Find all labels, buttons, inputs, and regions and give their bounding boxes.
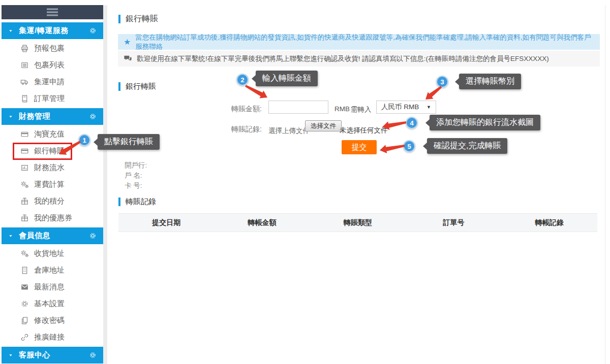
callout-5-badge: 5 — [403, 140, 415, 152]
records-col-1: 轉帳金額 — [214, 218, 310, 227]
latest-news-icon — [20, 283, 29, 291]
gear-icon — [89, 232, 97, 240]
record-label: 轉賬記錄: — [231, 125, 262, 134]
parcel-list-icon — [20, 61, 29, 70]
gear-icon — [89, 351, 97, 359]
sidebar-item-latest-news[interactable]: 最新消息 — [2, 279, 103, 295]
records-col-0: 提交日期 — [118, 218, 214, 227]
page-title: 銀行轉賬 — [118, 14, 158, 24]
item-label: 預報包裹 — [34, 44, 65, 53]
upload-hint: 選擇上傳文件 — [268, 126, 310, 136]
item-label: 倉庫地址 — [34, 266, 65, 275]
title-accent-bar — [118, 15, 120, 23]
title-accent-bar — [118, 82, 120, 91]
form-section-title: 銀行轉賬 — [118, 82, 156, 91]
records-section-title: 轉賬記錄 — [118, 197, 156, 207]
callout-3-tooltip: 選擇轉賬幣別 — [459, 74, 521, 89]
callout-3-badge: 3 — [436, 76, 448, 88]
finance-flow-icon — [20, 163, 29, 172]
item-label: 財務流水 — [34, 163, 65, 173]
choose-file-button[interactable]: 选择文件 — [305, 120, 342, 131]
notice-banner-welcome: 歡迎使用在線下單繫统!在線下單完畢後我們將馬上聯繫您進行确認及收貨! 請認真填寫… — [118, 51, 600, 67]
sidebar-item-basic-settings[interactable]: 基本設置 — [2, 295, 103, 312]
bank-name-line: 開戶行: — [125, 160, 147, 171]
sidebar-item-finance-flow[interactable]: 財務流水 — [2, 159, 103, 176]
callout-1-tooltip: 點擊銀行轉賬 — [98, 134, 160, 150]
my-points-icon — [20, 197, 29, 206]
gear-icon — [89, 113, 97, 120]
receiving-address-icon — [20, 249, 29, 258]
sidebar-main-divider — [103, 5, 107, 364]
sidebar-section-member-info[interactable]: 會員信息 — [2, 227, 103, 244]
forecast-parcel-icon — [20, 44, 29, 53]
section-label: 客服中心 — [19, 350, 50, 360]
hamburger-icon — [46, 8, 58, 16]
warehouse-address-icon — [20, 266, 29, 275]
shipping-calc-icon — [20, 180, 29, 189]
taobao-topup-icon — [20, 130, 29, 139]
records-col-4: 轉帳記錄 — [502, 218, 597, 227]
bank-transfer-page: 集運/轉運服務預報包裹包裹列表集運申請訂單管理財務管理淘寶充值銀行轉賬財務流水運… — [0, 0, 610, 364]
notice-text: 當您在購物網站訂單成功後,獲得購物網站的發貨資訊,如貨件的快遞商及快遞跟蹤號等,… — [135, 33, 594, 51]
item-label: 收貨地址 — [34, 249, 65, 258]
form-section-title-text: 銀行轉賬 — [126, 82, 156, 91]
records-col-2: 轉賬類型 — [310, 218, 406, 227]
page-title-text: 銀行轉賬 — [126, 14, 158, 24]
item-label: 我的優惠券 — [34, 213, 72, 223]
sidebar-item-shipping-calc[interactable]: 運費計算 — [2, 176, 103, 193]
caret-down-icon — [8, 29, 13, 33]
sidebar-section-finance-management[interactable]: 財務管理 — [2, 108, 103, 125]
records-section-title-text: 轉賬記錄 — [126, 197, 156, 207]
item-label: 訂單管理 — [34, 94, 65, 104]
item-label: 推廣鏈接 — [34, 333, 65, 342]
caret-down-icon — [8, 353, 13, 357]
basic-settings-icon — [20, 300, 29, 308]
title-accent-bar — [118, 197, 120, 206]
account-name-line: 戶 名: — [125, 171, 147, 181]
item-label: 集運申請 — [34, 77, 65, 87]
sidebar-item-parcel-list[interactable]: 包裹列表 — [2, 57, 103, 74]
sidebar-item-my-coupons[interactable]: 我的優惠券 — [2, 210, 103, 226]
caret-down-icon — [8, 115, 13, 119]
item-label: 最新消息 — [34, 282, 65, 292]
item-label: 包裹列表 — [34, 60, 65, 70]
notice-text: 歡迎使用在線下單繫统!在線下單完畢後我們將馬上聯繫您進行确認及收貨! 請認真填寫… — [137, 54, 549, 63]
sidebar-item-promo-link[interactable]: 推廣鏈接 — [2, 329, 103, 346]
sidebar-section-consolidation-service[interactable]: 集運/轉運服務 — [2, 22, 103, 39]
consolidation-apply-icon — [20, 78, 29, 86]
sidebar-item-forecast-parcel[interactable]: 預報包裹 — [2, 40, 103, 57]
notice-banner-info: ★ 當您在購物網站訂單成功後,獲得購物網站的發貨資訊,如貨件的快遞商及快遞跟蹤號… — [118, 34, 600, 50]
section-label: 會員信息 — [19, 231, 50, 241]
gear-icon — [89, 27, 97, 35]
submit-button[interactable]: 提交 — [342, 140, 377, 154]
caret-down-icon — [8, 234, 13, 238]
card-number-line: 卡 号: — [125, 181, 147, 191]
select-arrow-icon: ▼ — [426, 105, 431, 110]
section-label: 財務管理 — [19, 112, 50, 121]
item-label: 淘寶充值 — [34, 129, 65, 139]
transfer-records-table-header: 提交日期轉帳金額轉賬類型訂單号轉帳記錄 — [118, 213, 597, 232]
sidebar-item-consolidation-apply[interactable]: 集運申請 — [2, 74, 103, 90]
sidebar-item-order-management[interactable]: 訂單管理 — [2, 90, 103, 107]
sidebar-collapse-button[interactable] — [2, 5, 103, 19]
amount-input[interactable] — [268, 101, 328, 114]
callout-4-badge: 4 — [406, 117, 418, 129]
transfer-to-label: 需轉入 — [351, 105, 372, 114]
sidebar-item-warehouse-address[interactable]: 倉庫地址 — [2, 262, 103, 279]
callout-1-badge: 1 — [78, 134, 90, 146]
sidebar-item-my-points[interactable]: 我的積分 — [2, 193, 103, 210]
sidebar-section-customer-service[interactable]: 客服中心 — [2, 347, 103, 363]
sidebar-item-receiving-address[interactable]: 收貨地址 — [2, 245, 103, 262]
comments-icon — [124, 54, 132, 63]
item-label: 運費計算 — [34, 180, 65, 189]
currency-select[interactable]: 人民币 RMB ▼ — [376, 101, 436, 114]
sidebar: 集運/轉運服務預報包裹包裹列表集運申請訂單管理財務管理淘寶充值銀行轉賬財務流水運… — [2, 5, 103, 364]
records-col-3: 訂單号 — [406, 218, 501, 227]
callout-2-badge: 2 — [236, 74, 249, 86]
callout-2-tooltip: 輸入轉賬金額 — [256, 71, 318, 86]
my-coupons-icon — [20, 214, 29, 222]
promo-link-icon — [20, 333, 29, 342]
sidebar-item-change-password[interactable]: 修改密碼 — [2, 312, 103, 329]
currency-selected-value: 人民币 RMB — [381, 103, 419, 112]
item-label: 我的積分 — [34, 196, 65, 206]
